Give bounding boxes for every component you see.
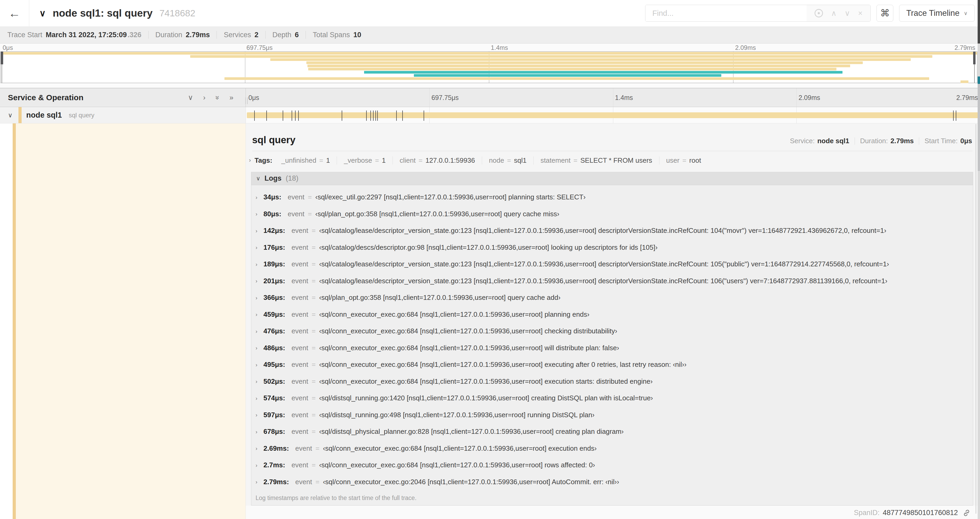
- log-field-key: event: [291, 344, 308, 352]
- equals-sign: =: [312, 327, 316, 335]
- log-entry[interactable]: ›189μs:event=‹sql/catalog/lease/descript…: [251, 256, 973, 273]
- logs-header[interactable]: ∨ Logs (18): [251, 172, 973, 185]
- trace-stat: Services2: [224, 31, 258, 39]
- top-bar-actions: ∧ ∨ × ⌘ Trace Timeline ∨: [645, 5, 975, 22]
- window-edge: [978, 0, 980, 519]
- separator: [265, 31, 266, 39]
- log-field-key: event: [291, 327, 308, 335]
- summary-label: Duration:: [860, 137, 888, 145]
- scrollbar[interactable]: [975, 124, 976, 514]
- span-color-bar: [13, 123, 16, 519]
- log-timestamp: 142μs:: [263, 227, 285, 235]
- chevron-right-icon: ›: [256, 194, 263, 200]
- log-entry[interactable]: ›201μs:event=‹sql/catalog/lease/descript…: [251, 272, 973, 289]
- equals-sign: =: [418, 156, 423, 164]
- equals-sign: =: [375, 156, 379, 164]
- log-entry[interactable]: ›176μs:event=‹sql/catalog/descs/descript…: [251, 239, 973, 256]
- minimap-span-bar: [224, 77, 929, 80]
- log-entry[interactable]: ›495μs:event=‹sql/conn_executor_exec.go:…: [251, 356, 973, 373]
- trace-id: 7418682: [159, 8, 195, 18]
- collapse-all-icon[interactable]: »: [214, 96, 221, 99]
- log-entry[interactable]: ›142μs:event=‹sql/catalog/lease/descript…: [251, 222, 973, 239]
- trace-stat-label: Trace Start: [7, 31, 42, 39]
- log-entry[interactable]: ›2.79ms:event=‹sql/conn_executor_exec.go…: [251, 473, 973, 490]
- timeline-minimap: 0μs 697.75μs 1.4ms 2.09ms 2.79ms: [0, 43, 980, 88]
- log-field-key: event: [291, 428, 308, 436]
- prev-result-icon[interactable]: ∧: [831, 9, 837, 18]
- chevron-right-icon: ›: [256, 278, 263, 284]
- log-entry[interactable]: ›678μs:event=‹sql/distsql_physical_plann…: [251, 423, 973, 440]
- log-marker: [295, 110, 296, 121]
- log-entry[interactable]: ›2.7ms:event=‹sql/conn_executor_exec.go:…: [251, 457, 973, 474]
- log-entry[interactable]: ›476μs:event=‹sql/conn_executor_exec.go:…: [251, 323, 973, 340]
- log-entry[interactable]: ›502μs:event=‹sql/conn_executor_exec.go:…: [251, 373, 973, 390]
- log-entry[interactable]: ›574μs:event=‹sql/distsql_running.go:142…: [251, 390, 973, 407]
- chevron-right-icon: ›: [256, 445, 263, 452]
- equals-sign: =: [315, 444, 319, 452]
- next-result-icon[interactable]: ∨: [845, 9, 850, 18]
- view-range-left-scrubber[interactable]: [2, 52, 2, 83]
- tick-label: 2.09ms: [735, 44, 756, 51]
- view-select-button[interactable]: Trace Timeline ∨: [899, 5, 975, 22]
- log-marker: [298, 110, 299, 121]
- log-message: ‹sql/distsql_running.go:498 [nsql1,clien…: [319, 411, 594, 419]
- log-field-key: event: [291, 277, 308, 285]
- log-entry[interactable]: ›459μs:event=‹sql/conn_executor_exec.go:…: [251, 306, 973, 323]
- expand-collapse-controls: ∨ › » »: [188, 94, 245, 101]
- equals-sign: =: [312, 227, 316, 235]
- span-summary: Service:node sql1Duration:2.79msStart Ti…: [790, 137, 972, 145]
- minimap-canvas[interactable]: [0, 51, 977, 83]
- trace-collapse-icon[interactable]: ∨: [39, 8, 46, 18]
- minimap-span-bar: [364, 71, 843, 73]
- span-id-label: SpanID:: [854, 509, 880, 517]
- log-marker: [292, 110, 292, 121]
- log-marker: [402, 110, 403, 121]
- chevron-right-icon: ›: [256, 261, 263, 267]
- service-name: node sql1: [26, 111, 62, 120]
- span-collapse-icon[interactable]: ∨: [8, 112, 13, 119]
- expand-one-icon[interactable]: ›: [203, 94, 205, 101]
- log-entry[interactable]: ›80μs:event=‹sql/plan_opt.go:358 [nsql1,…: [251, 206, 973, 222]
- log-message: ‹sql/conn_executor_exec.go:684 [nsql1,cl…: [319, 361, 687, 369]
- log-entry[interactable]: ›2.69ms:event=‹sql/conn_executor_exec.go…: [251, 440, 973, 457]
- log-message: ‹sql/conn_executor_exec.go:684 [nsql1,cl…: [319, 310, 589, 319]
- span-timeline-cell[interactable]: [246, 107, 980, 123]
- view-range-right-scrubber[interactable]: [974, 52, 975, 83]
- log-marker: [266, 110, 267, 121]
- keyboard-shortcuts-button[interactable]: ⌘: [877, 5, 893, 22]
- log-entry[interactable]: ›366μs:event=‹sql/plan_opt.go:358 [nsql1…: [251, 289, 973, 306]
- log-timestamp: 2.69ms:: [263, 444, 289, 452]
- log-message: ‹sql/catalog/descs/descriptor.go:98 [nsq…: [319, 243, 657, 252]
- minimap-span-bar: [307, 65, 850, 67]
- tag-key: _unfinished: [282, 156, 317, 164]
- log-message: ‹sql/plan_opt.go:358 [nsql1,client=127.0…: [319, 294, 560, 302]
- find-input[interactable]: [646, 5, 807, 21]
- separator: [148, 31, 149, 39]
- chevron-right-icon: ›: [256, 378, 263, 385]
- log-field-key: event: [291, 411, 308, 419]
- locate-result-icon[interactable]: [815, 9, 823, 18]
- log-entry[interactable]: ›486μs:event=‹sql/conn_executor_exec.go:…: [251, 339, 973, 356]
- log-marker: [375, 110, 376, 121]
- clear-search-icon[interactable]: ×: [858, 9, 862, 18]
- log-entry[interactable]: ›597μs:event=‹sql/distsql_running.go:498…: [251, 406, 973, 423]
- chevron-right-icon: ›: [256, 311, 263, 318]
- log-field-key: event: [291, 361, 308, 369]
- log-timestamp: 189μs:: [263, 260, 285, 268]
- tick-label: 2.09ms: [799, 94, 820, 102]
- minimap-span-bar: [270, 58, 911, 61]
- minimap-span-bar: [961, 80, 969, 83]
- span-detail-title: sql query: [252, 134, 296, 145]
- back-button[interactable]: ←: [0, 0, 29, 26]
- span-duration-bar[interactable]: [247, 112, 980, 118]
- equals-sign: =: [312, 428, 316, 436]
- link-icon[interactable]: [963, 509, 970, 517]
- expand-all-icon[interactable]: »: [229, 94, 234, 101]
- equals-sign: =: [682, 156, 686, 164]
- log-field-key: event: [288, 210, 304, 218]
- collapse-one-icon[interactable]: ∨: [188, 94, 193, 101]
- tags-accordian[interactable]: › Tags: _unfinished=1_verbose=1client=12…: [246, 151, 980, 169]
- summary-item: Start Time:0μs: [924, 137, 972, 145]
- log-entry[interactable]: ›34μs:event=‹sql/exec_util.go:2297 [nsql…: [251, 189, 973, 206]
- span-name-cell[interactable]: ∨ node sql1 sql query: [0, 107, 246, 123]
